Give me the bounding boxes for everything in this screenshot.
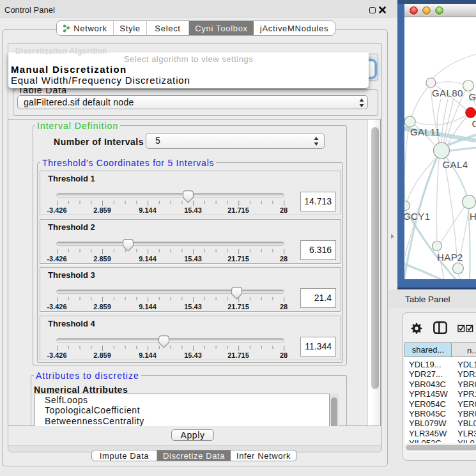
svg-text:HAP2: HAP2	[437, 252, 463, 263]
svg-text:GAL4: GAL4	[443, 159, 468, 170]
svg-text:C: C	[472, 118, 476, 129]
svg-text:GCY1: GCY1	[404, 211, 430, 222]
svg-text:GAL11: GAL11	[410, 127, 441, 137]
svg-text:H: H	[470, 211, 476, 222]
svg-text:GAL80: GAL80	[432, 88, 463, 98]
svg-text:GA: GA	[469, 91, 476, 102]
